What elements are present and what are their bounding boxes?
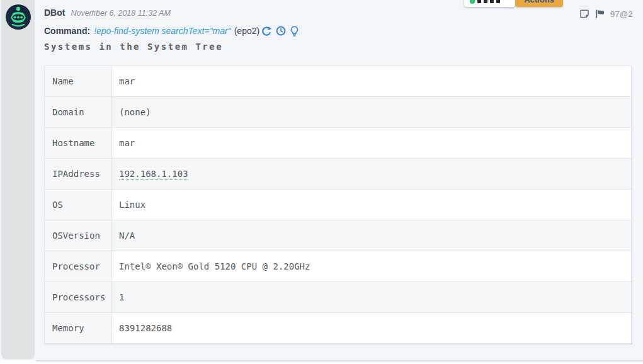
verdict-dots [470,0,500,4]
field-value-cell: Intel® Xeon® Gold 5120 CPU @ 2.20GHz [112,251,632,282]
table-row: Memory8391282688 [45,313,632,344]
field-value-cell: N/A [112,220,632,251]
field-name-cell: Hostname [45,128,112,159]
command-icons [261,26,299,37]
table-row: Domain(none) [45,97,632,128]
author-name: DBot [44,8,65,18]
field-value-cell: mar [112,66,632,97]
table-row: IPAddress192.168.1.103 [45,159,632,190]
table-row: Processors1 [45,282,632,313]
system-info-table: NamemarDomain(none)HostnamemarIPAddress1… [44,65,632,344]
verdict-green-dot-icon [470,0,475,4]
entry-meta: 97@2 [579,9,633,19]
command-source: (epo2) [234,26,259,36]
field-value-cell: (none) [112,97,632,128]
field-value-cell: 192.168.1.103 [112,159,632,190]
verdict-button[interactable] [464,0,515,7]
entry-divider [36,360,643,361]
entry-hover-toolbar: Actions [460,0,570,9]
field-name-cell: IPAddress [45,159,112,190]
note-icon[interactable] [579,9,589,19]
indicator-link[interactable]: 192.168.1.103 [119,169,188,180]
command-label: Command: [44,26,90,36]
command-link[interactable]: !epo-find-system searchText="mar" [94,26,231,36]
entry-id: 97@2 [610,9,633,19]
actions-button-label: Actions [515,0,563,4]
field-value-cell: Linux [112,190,632,220]
field-name-cell: Processors [45,282,112,313]
field-name-cell: OS [45,190,112,220]
system-table-body: NamemarDomain(none)HostnamemarIPAddress1… [45,66,632,344]
dbot-robot-avatar-icon [6,4,31,30]
refresh-icon[interactable] [261,26,271,37]
field-name-cell: Domain [45,97,112,128]
flag-icon[interactable] [595,9,605,19]
field-name-cell: Memory [45,313,112,344]
table-row: Namemar [45,66,632,97]
lightbulb-icon[interactable] [290,26,299,37]
command-line: Command: !epo-find-system searchText="ma… [44,25,299,37]
table-row: ProcessorIntel® Xeon® Gold 5120 CPU @ 2.… [45,251,632,282]
dbot-avatar [6,4,31,30]
field-value-cell: mar [112,128,632,159]
table-row: OSLinux [45,190,632,220]
actions-button[interactable]: Actions [515,0,563,7]
field-value-cell: 8391282688 [112,313,632,344]
entry-type-gutter [1,0,35,359]
results-heading: Systems in the System Tree [44,42,223,52]
table-row: Hostnamemar [45,128,632,159]
war-room-entry: Actions DBot November 6, 2018 11:32 AM 9… [0,0,643,364]
entry-timestamp: November 6, 2018 11:32 AM [71,9,170,18]
field-name-cell: Processor [45,251,112,282]
entry-header: DBot November 6, 2018 11:32 AM [44,8,171,19]
clock-icon[interactable] [276,26,286,36]
field-name-cell: OSVersion [45,220,112,251]
field-value-cell: 1 [112,282,632,313]
table-row: OSVersionN/A [45,220,632,251]
field-name-cell: Name [45,66,112,97]
